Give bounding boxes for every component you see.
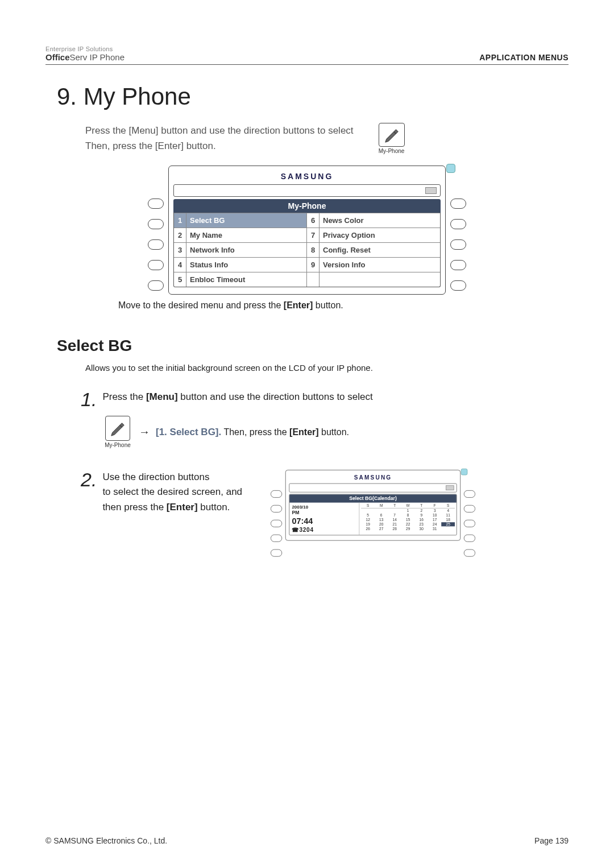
calendar-cell: 13	[375, 518, 388, 522]
left-softkeys	[148, 166, 164, 291]
calendar-cell	[442, 527, 455, 531]
menu-num-6: 6	[307, 213, 320, 228]
intro-line-1: Press the [Menu] button and use the dire…	[85, 123, 354, 138]
step-1-number: 1	[81, 390, 97, 409]
softkey	[271, 549, 282, 557]
my-phone-icon-small: My-Phone	[102, 416, 133, 448]
note-suffix: button.	[313, 300, 343, 310]
note-bold: [Enter]	[284, 300, 313, 310]
brand-name: OfficeServ IP Phone	[45, 52, 125, 62]
menu-item-enbloc-timeout: Enbloc Timeout	[186, 272, 307, 287]
status-bar	[173, 184, 441, 197]
enter-note: Move to the desired menu and press the […	[118, 300, 569, 311]
status-icons	[446, 485, 454, 490]
section-label: APPLICATION MENUS	[479, 53, 569, 62]
step2-line1: Use the direction buttons	[102, 470, 242, 485]
mini-lcd-body: 2003/10 PM 07:44 ☎3204 SMTWTFS 123456789…	[289, 503, 457, 535]
brand-name-bold: Office	[45, 52, 70, 62]
menu-item-network-info: Network Info	[186, 242, 307, 257]
calendar-cell: 31	[428, 527, 442, 531]
calendar-cell: 30	[415, 527, 429, 531]
footer-page-number: Page 139	[534, 836, 569, 845]
menu-item-version-info: Version Info	[320, 257, 440, 272]
calendar-dow: M	[375, 503, 388, 507]
left-softkeys	[271, 470, 282, 557]
calendar-dow: S	[442, 503, 455, 507]
select-bg-bold: [1. Select BG].	[156, 427, 221, 437]
calendar-cell: 9	[415, 513, 429, 517]
step2-line2: to select the desired screen, and	[102, 485, 242, 499]
menu-num-8: 8	[307, 242, 320, 257]
softkey	[450, 199, 466, 209]
menu-num-2: 2	[174, 228, 186, 242]
select-bg-description: Allows you to set the initial background…	[85, 363, 569, 373]
calendar-cell: 11	[442, 513, 455, 517]
menu-item-news-color: News Color	[320, 213, 440, 228]
calendar-cell: 20	[375, 522, 388, 526]
softkey	[464, 505, 475, 512]
step1-bold: [Menu]	[146, 391, 178, 402]
calendar-cell	[361, 509, 375, 512]
softkey	[450, 219, 466, 229]
menu-empty-label	[320, 272, 440, 287]
section-title-select-bg: Select BG	[57, 337, 569, 355]
step-1-icon-row: My-Phone → [1. Select BG]. Then, press t…	[102, 416, 569, 448]
pencil-icon	[109, 420, 126, 437]
calendar-cell: 2	[415, 509, 429, 512]
calendar-cell: 12	[361, 518, 375, 522]
calendar-cell: 6	[375, 513, 388, 517]
menu-item-select-bg: Select BG	[186, 213, 307, 228]
my-phone-icon-label: My-Phone	[376, 148, 407, 154]
led-indicator	[446, 164, 455, 173]
intro-line-2: Then, press the [Enter] button.	[85, 138, 354, 154]
step-1-text: Press the [Menu] button and use the dire…	[102, 390, 372, 404]
calendar-cell: 8	[401, 513, 415, 517]
menu-item-config-reset: Config. Reset	[320, 242, 440, 257]
calendar-cell: 27	[375, 527, 388, 531]
page-title: 9. My Phone	[57, 83, 569, 110]
menu-num-7: 7	[307, 228, 320, 242]
calendar-cell: 16	[415, 518, 429, 522]
calendar-cell: 14	[388, 518, 401, 522]
menu-num-1: 1	[174, 213, 186, 228]
softkey	[450, 280, 466, 291]
calendar-dow: W	[401, 503, 415, 507]
page: Enterprise IP Solutions OfficeServ IP Ph…	[0, 0, 614, 868]
calendar-cell: 23	[415, 522, 429, 526]
calendar-cell: 15	[401, 518, 415, 522]
note-prefix: Move to the desired menu and press the	[118, 300, 284, 310]
step-2-text: Use the direction buttons to select the …	[102, 470, 242, 515]
page-header: Enterprise IP Solutions OfficeServ IP Ph…	[45, 46, 569, 65]
softkey	[450, 260, 466, 270]
menu-num-5: 5	[174, 272, 186, 287]
led-indicator	[461, 469, 468, 476]
brand-tagline: Enterprise IP Solutions	[45, 46, 125, 52]
arrow-right-icon: →	[139, 425, 150, 439]
calendar-dow: T	[388, 503, 401, 507]
step2-l3-bold: [Enter]	[167, 502, 198, 512]
calendar-cell	[388, 509, 401, 512]
calendar-cell: 26	[361, 527, 375, 531]
calendar-cell: 10	[428, 513, 442, 517]
mini-calendar: SMTWTFS 12345678910111213141516171819202…	[360, 503, 457, 535]
calendar-cell: 5	[361, 513, 375, 517]
calendar-body: 1234567891011121314151617181920212223242…	[361, 509, 455, 531]
softkey	[464, 549, 475, 557]
softkey	[464, 535, 475, 542]
softkey	[148, 239, 164, 250]
step2-l3-prefix: then press the	[102, 502, 166, 512]
step1-prefix: Press the	[102, 391, 146, 402]
device-illustration: SAMSUNG My-Phone 1 Select BG 6 News Colo…	[148, 166, 466, 295]
calendar-cell: 18	[442, 518, 455, 522]
mini-pm: PM	[292, 510, 357, 516]
calendar-head: SMTWTFS	[361, 503, 455, 509]
calendar-dow: S	[361, 503, 375, 507]
menu-empty-num	[307, 272, 320, 287]
lcd-brand: SAMSUNG	[173, 172, 441, 181]
menu-num-4: 4	[174, 257, 186, 272]
softkey	[450, 239, 466, 250]
mini-year-month: 2003/10	[292, 504, 357, 509]
brand-name-rest: Serv IP Phone	[70, 52, 125, 62]
step1-select-bg-line: [1. Select BG]. Then, press the [Enter] …	[156, 427, 349, 438]
calendar-cell: 29	[401, 527, 415, 531]
